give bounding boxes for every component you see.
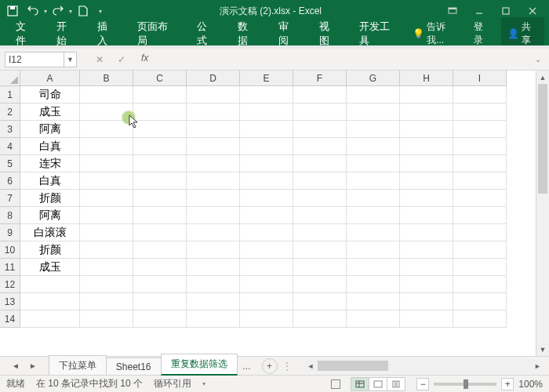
formula-input[interactable]	[155, 52, 525, 67]
cell[interactable]	[20, 310, 80, 328]
cell[interactable]	[453, 259, 507, 276]
cell[interactable]	[240, 121, 293, 138]
cell[interactable]	[240, 293, 293, 310]
cell[interactable]	[80, 241, 133, 259]
cell[interactable]	[187, 155, 240, 172]
hscroll-thumb[interactable]	[318, 361, 388, 371]
cell[interactable]	[453, 172, 507, 190]
cell[interactable]	[187, 190, 240, 207]
cell[interactable]	[187, 310, 240, 328]
select-all-button[interactable]	[0, 71, 20, 86]
cell[interactable]: 白真	[20, 138, 80, 155]
cell[interactable]	[293, 155, 347, 172]
column-header[interactable]: H	[400, 71, 453, 86]
cell[interactable]	[133, 138, 187, 155]
cell[interactable]	[453, 121, 507, 138]
row-header[interactable]: 5	[0, 155, 20, 172]
cell[interactable]	[400, 121, 453, 138]
cell[interactable]	[187, 121, 240, 138]
cell[interactable]: 折颜	[20, 241, 80, 259]
row-header[interactable]: 11	[0, 259, 20, 276]
cell[interactable]	[453, 103, 507, 121]
cell[interactable]	[240, 259, 293, 276]
row-header[interactable]: 6	[0, 172, 20, 190]
column-header[interactable]: E	[240, 71, 293, 86]
view-normal-button[interactable]	[351, 377, 369, 391]
cell[interactable]: 连宋	[20, 155, 80, 172]
cell[interactable]	[187, 293, 240, 310]
cell[interactable]	[20, 293, 80, 310]
cell[interactable]	[187, 276, 240, 293]
cell[interactable]	[347, 172, 400, 190]
sheet-tab[interactable]: 下拉菜单	[49, 355, 107, 376]
cell[interactable]	[240, 224, 293, 241]
cell[interactable]	[347, 121, 400, 138]
cell[interactable]	[347, 224, 400, 241]
column-header[interactable]: D	[187, 71, 240, 86]
cell[interactable]	[400, 224, 453, 241]
scroll-up-button[interactable]: ▲	[536, 71, 549, 84]
sheet-tab[interactable]: Sheet16	[106, 358, 162, 376]
zoom-slider[interactable]	[434, 383, 496, 386]
cell[interactable]	[80, 259, 133, 276]
cell[interactable]	[187, 86, 240, 103]
cell[interactable]: 白滚滚	[20, 224, 80, 241]
cell[interactable]	[400, 241, 453, 259]
cell[interactable]	[453, 310, 507, 328]
row-header[interactable]: 2	[0, 103, 20, 121]
cell[interactable]	[400, 293, 453, 310]
horizontal-scrollbar[interactable]: ◄ ►	[304, 359, 544, 372]
column-header[interactable]: F	[293, 71, 347, 86]
scroll-left-button[interactable]: ◄	[304, 359, 318, 372]
zoom-level[interactable]: 100%	[518, 379, 543, 390]
cell[interactable]	[347, 155, 400, 172]
cell[interactable]	[80, 155, 133, 172]
cell[interactable]	[347, 207, 400, 224]
cell[interactable]: 白真	[20, 172, 80, 190]
cell[interactable]	[293, 172, 347, 190]
row-header[interactable]: 7	[0, 190, 20, 207]
vertical-scrollbar[interactable]: ▲ ▼	[536, 71, 549, 356]
cell[interactable]	[400, 190, 453, 207]
cell[interactable]: 阿离	[20, 121, 80, 138]
view-pagebreak-button[interactable]	[387, 377, 405, 391]
cell[interactable]	[240, 155, 293, 172]
row-header[interactable]: 12	[0, 276, 20, 293]
cell[interactable]	[400, 310, 453, 328]
cell[interactable]	[133, 155, 187, 172]
cell[interactable]	[240, 207, 293, 224]
cell[interactable]	[240, 310, 293, 328]
row-header[interactable]: 4	[0, 138, 20, 155]
cell[interactable]	[293, 121, 347, 138]
sheet-tabs-more[interactable]: ...	[237, 358, 257, 375]
vscroll-thumb[interactable]	[538, 84, 547, 194]
cell[interactable]: 司命	[20, 86, 80, 103]
cell[interactable]	[293, 207, 347, 224]
cell[interactable]	[453, 241, 507, 259]
cell[interactable]	[240, 190, 293, 207]
cell[interactable]	[187, 207, 240, 224]
cell[interactable]	[347, 138, 400, 155]
enter-formula-icon[interactable]: ✓	[115, 53, 129, 67]
cell[interactable]: 成玉	[20, 103, 80, 121]
cell[interactable]	[80, 276, 133, 293]
cell[interactable]	[133, 224, 187, 241]
sheet-tab[interactable]: 重复数据筛选	[161, 354, 238, 376]
cell[interactable]	[133, 259, 187, 276]
cell[interactable]	[80, 172, 133, 190]
zoom-in-button[interactable]: +	[501, 378, 514, 390]
cell[interactable]	[20, 276, 80, 293]
column-header[interactable]: B	[80, 71, 133, 86]
cancel-formula-icon[interactable]: ✕	[93, 53, 107, 67]
cell[interactable]	[347, 241, 400, 259]
view-layout-button[interactable]	[369, 377, 387, 391]
cell[interactable]	[187, 138, 240, 155]
cell[interactable]	[293, 86, 347, 103]
cell[interactable]	[293, 190, 347, 207]
cell[interactable]	[347, 86, 400, 103]
cell[interactable]	[80, 293, 133, 310]
add-sheet-button[interactable]: +	[262, 358, 278, 374]
row-header[interactable]: 8	[0, 207, 20, 224]
cell[interactable]	[400, 276, 453, 293]
cell[interactable]	[453, 207, 507, 224]
